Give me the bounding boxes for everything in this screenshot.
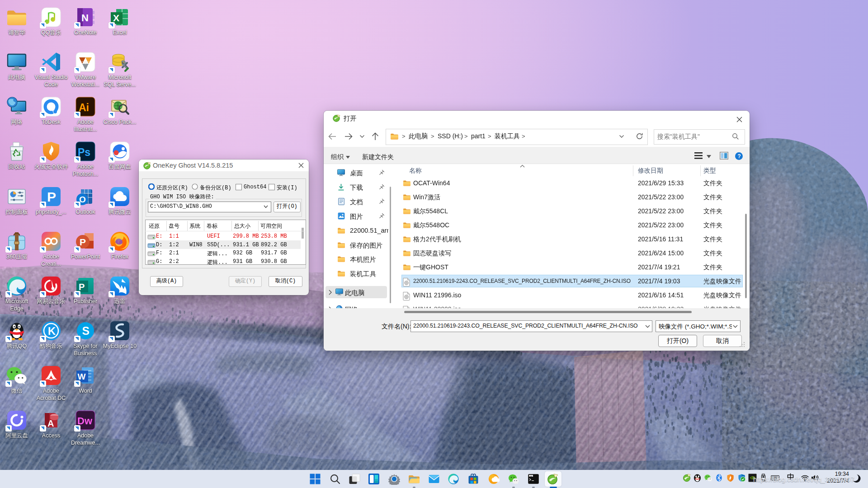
svg-text:P: P [80, 237, 86, 247]
svg-text:X: X [113, 13, 119, 23]
svg-text:N: N [81, 12, 89, 23]
svg-text:S: S [82, 324, 90, 337]
svg-text:K: K [48, 325, 56, 337]
svg-text:CIN: CIN [529, 475, 532, 477]
svg-text:P: P [47, 189, 56, 204]
svg-text:W: W [78, 372, 86, 381]
svg-text:A: A [47, 418, 54, 428]
svg-text:P: P [79, 282, 85, 292]
